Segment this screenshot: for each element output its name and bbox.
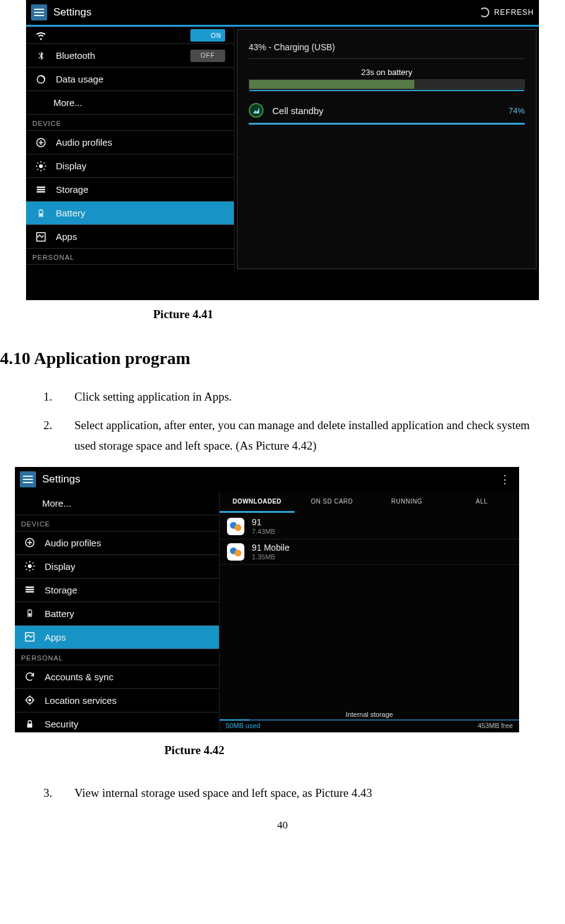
app-row[interactable]: 91 Mobile 1.35MB	[220, 540, 519, 565]
storage-free: 453MB free	[478, 722, 513, 729]
svg-line-28	[26, 562, 27, 564]
bluetooth-icon	[35, 50, 47, 62]
data-usage-icon	[35, 73, 47, 86]
tab-all[interactable]: ALL	[444, 492, 519, 513]
battery-usage-row-cell-standby[interactable]: Cell standby 74%	[249, 103, 525, 125]
tab-on-sd-card[interactable]: ON SD CARD	[295, 492, 370, 513]
bluetooth-label: Bluetooth	[56, 50, 95, 61]
battery-graph-caption: 23s on battery	[249, 68, 525, 77]
svg-rect-3	[40, 140, 42, 145]
svg-line-12	[44, 162, 45, 164]
sidebar-item-display[interactable]: Display	[15, 555, 219, 579]
audio-label: Audio profiles	[45, 538, 101, 548]
tab-running[interactable]: RUNNING	[370, 492, 445, 513]
audio-icon	[35, 136, 47, 149]
sidebar-item-more[interactable]: More...	[15, 492, 219, 515]
svg-rect-36	[29, 610, 30, 611]
battery-graph[interactable]	[249, 79, 525, 89]
step-number: 1.	[43, 387, 74, 407]
audio-icon	[24, 536, 36, 549]
refresh-label: REFRESH	[494, 8, 534, 17]
display-label: Display	[56, 161, 86, 171]
step-text: Click setting application in Apps.	[74, 387, 550, 407]
storage-bar	[220, 719, 519, 721]
cell-standby-percent: 74%	[509, 106, 525, 115]
tab-downloaded[interactable]: DOWNLOADED	[220, 492, 295, 513]
display-label: Display	[45, 561, 75, 572]
audio-label: Audio profiles	[56, 137, 112, 148]
storage-label: Storage	[56, 184, 89, 195]
location-label: Location services	[45, 695, 117, 706]
wifi-toggle[interactable]: ON	[190, 29, 225, 42]
svg-rect-18	[40, 213, 42, 216]
apps-tabs: DOWNLOADED ON SD CARD RUNNING ALL	[220, 492, 519, 513]
display-icon	[35, 160, 47, 172]
sidebar-item-more[interactable]: More...	[26, 91, 234, 115]
sidebar-item-audio[interactable]: Audio profiles	[26, 131, 234, 154]
data-usage-label: Data usage	[56, 74, 104, 84]
sidebar-item-wifi[interactable]: Wi-Fi ON	[26, 27, 234, 44]
step-list-cont: 3. View internal storage used space and …	[43, 783, 550, 803]
sidebar-item-display[interactable]: Display	[26, 154, 234, 178]
sidebar-item-storage[interactable]: Storage	[15, 579, 219, 602]
screenshot-apps: Settings ⋮ More... DEVICE Audio profiles	[15, 467, 519, 732]
battery-icon	[35, 207, 47, 220]
svg-point-23	[28, 564, 32, 568]
wifi-icon	[35, 29, 47, 42]
svg-line-30	[26, 569, 27, 571]
svg-rect-17	[40, 209, 42, 210]
sidebar-item-bluetooth[interactable]: Bluetooth OFF	[26, 44, 234, 68]
storage-used: 50MB used	[226, 722, 260, 729]
app-name: 91	[252, 518, 275, 527]
more-label: More...	[42, 498, 71, 509]
storage-label: Internal storage	[220, 711, 519, 718]
sidebar-item-battery[interactable]: Battery	[26, 202, 234, 225]
sidebar-item-storage[interactable]: Storage	[26, 178, 234, 202]
cell-standby-label: Cell standby	[272, 105, 324, 116]
step-text: View internal storage used space and lef…	[74, 783, 550, 803]
list-item: 1. Click setting application in Apps.	[43, 387, 550, 407]
display-icon	[24, 560, 36, 572]
svg-rect-45	[27, 724, 32, 728]
bluetooth-toggle[interactable]: OFF	[190, 50, 225, 62]
apps-label: Apps	[56, 231, 77, 242]
sidebar: More... DEVICE Audio profiles Display	[15, 492, 220, 731]
app-icon	[227, 518, 244, 535]
refresh-icon	[479, 7, 489, 17]
screenshot-battery: Settings REFRESH Wi-Fi ON	[26, 0, 539, 300]
sidebar-item-battery[interactable]: Battery	[15, 602, 219, 626]
sidebar: Wi-Fi ON Bluetooth OFF Dat	[26, 27, 234, 272]
storage-icon	[35, 184, 47, 196]
refresh-button[interactable]: REFRESH	[479, 7, 534, 17]
svg-line-11	[37, 169, 38, 170]
sidebar-item-apps[interactable]: Apps	[15, 626, 219, 649]
svg-rect-13	[37, 186, 45, 187]
svg-point-49	[234, 549, 241, 556]
titlebar: Settings ⋮	[15, 467, 519, 492]
sidebar-item-security[interactable]: Security	[15, 713, 219, 736]
sidebar-item-data-usage[interactable]: Data usage	[26, 68, 234, 91]
location-icon	[24, 694, 36, 706]
section-header-personal: PERSONAL	[26, 249, 234, 265]
svg-rect-32	[25, 587, 34, 588]
sidebar-item-audio[interactable]: Audio profiles	[15, 531, 219, 555]
svg-line-9	[37, 162, 38, 164]
svg-line-29	[33, 569, 34, 571]
app-size: 7.43MB	[252, 528, 275, 535]
app-name: 91 Mobile	[252, 543, 290, 553]
battery-detail-panel: 43% - Charging (USB) 23s on battery Cell…	[237, 29, 536, 269]
sidebar-item-location[interactable]: Location services	[15, 689, 219, 713]
app-row[interactable]: 91 7.43MB	[220, 514, 519, 540]
sidebar-item-apps[interactable]: Apps	[26, 225, 234, 249]
overflow-menu-icon[interactable]: ⋮	[499, 473, 514, 486]
section-header-device: DEVICE	[26, 115, 234, 131]
sync-icon	[24, 670, 36, 683]
step-list: 1. Click setting application in Apps. 2.…	[43, 387, 550, 456]
step-text: Select application, after enter, you can…	[74, 415, 550, 456]
page-number: 40	[0, 819, 565, 832]
apps-icon	[24, 631, 36, 643]
settings-icon	[31, 4, 47, 20]
apps-list: 91 7.43MB 91 Mobile 1.35MB	[220, 513, 519, 719]
sidebar-item-accounts[interactable]: Accounts & sync	[15, 665, 219, 689]
svg-rect-22	[29, 541, 30, 546]
